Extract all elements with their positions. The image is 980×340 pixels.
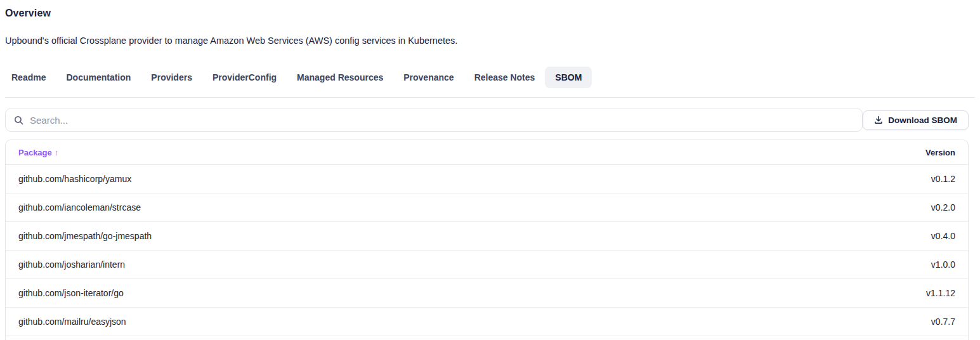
page-description: Upbound's official Crossplane provider t… bbox=[5, 36, 969, 46]
table-row[interactable]: github.com/iancoleman/strcasev0.2.0 bbox=[6, 193, 968, 222]
sort-ascending-icon: ↑ bbox=[55, 148, 59, 157]
tab-documentation[interactable]: Documentation bbox=[56, 67, 141, 88]
tab-providers[interactable]: Providers bbox=[141, 67, 202, 88]
tab-release-notes[interactable]: Release Notes bbox=[464, 67, 546, 88]
table-row-partial bbox=[6, 336, 968, 340]
download-sbom-label: Download SBOM bbox=[888, 115, 957, 125]
sbom-page: Overview Upbound's official Crossplane p… bbox=[0, 8, 980, 340]
page-title: Overview bbox=[5, 8, 969, 19]
search-box[interactable] bbox=[5, 108, 863, 132]
tab-readme[interactable]: Readme bbox=[1, 67, 56, 88]
package-cell: github.com/iancoleman/strcase bbox=[6, 202, 931, 213]
package-header-label: Package bbox=[18, 148, 52, 157]
table-row[interactable]: github.com/josharian/internv1.0.0 bbox=[6, 251, 968, 279]
column-header-version[interactable]: Version bbox=[925, 148, 968, 157]
package-cell: github.com/jmespath/go-jmespath bbox=[6, 231, 931, 241]
package-cell: github.com/json-iterator/go bbox=[6, 288, 926, 298]
table-row[interactable]: github.com/hashicorp/yamuxv0.1.2 bbox=[6, 165, 968, 193]
sbom-table: Package ↑ Version github.com/hashicorp/y… bbox=[5, 140, 969, 340]
table-row[interactable]: github.com/jmespath/go-jmespathv0.4.0 bbox=[6, 222, 968, 251]
column-header-package[interactable]: Package ↑ bbox=[6, 148, 925, 157]
search-icon bbox=[13, 115, 24, 126]
version-cell: v0.2.0 bbox=[931, 202, 968, 213]
version-cell: v0.7.7 bbox=[931, 317, 968, 327]
package-cell: github.com/hashicorp/yamux bbox=[6, 174, 931, 184]
version-cell: v0.1.2 bbox=[931, 174, 968, 184]
version-cell: v1.0.0 bbox=[931, 259, 968, 270]
search-input[interactable] bbox=[30, 115, 854, 126]
package-cell: github.com/mailru/easyjson bbox=[6, 317, 931, 327]
table-body: github.com/hashicorp/yamuxv0.1.2github.c… bbox=[6, 165, 968, 336]
download-icon bbox=[874, 115, 883, 124]
tab-providerconfig[interactable]: ProviderConfig bbox=[202, 67, 287, 88]
package-cell: github.com/josharian/intern bbox=[6, 259, 931, 270]
version-cell: v1.1.12 bbox=[926, 288, 968, 298]
version-cell: v0.4.0 bbox=[931, 231, 968, 241]
sbom-toolbar: Download SBOM bbox=[5, 108, 969, 132]
table-row[interactable]: github.com/json-iterator/gov1.1.12 bbox=[6, 279, 968, 308]
table-header-row: Package ↑ Version bbox=[6, 140, 968, 165]
download-sbom-button[interactable]: Download SBOM bbox=[863, 110, 969, 130]
tab-bar-divider bbox=[5, 97, 975, 98]
tab-sbom[interactable]: SBOM bbox=[545, 67, 592, 88]
tab-provenance[interactable]: Provenance bbox=[393, 67, 464, 88]
tab-managed-resources[interactable]: Managed Resources bbox=[287, 67, 393, 88]
tab-bar: ReadmeDocumentationProvidersProviderConf… bbox=[1, 67, 969, 88]
table-row[interactable]: github.com/mailru/easyjsonv0.7.7 bbox=[6, 308, 968, 336]
